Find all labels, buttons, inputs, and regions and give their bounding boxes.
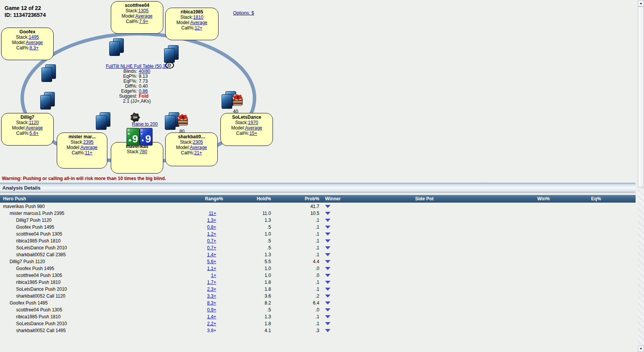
winner-expand-icon[interactable]	[325, 239, 330, 242]
call-range-link[interactable]: 12+	[195, 25, 202, 31]
stack-value-link[interactable]: 780	[140, 149, 147, 154]
scroll-up-button[interactable]: ▲	[638, 0, 644, 7]
stack-value-link[interactable]: 1120	[29, 120, 39, 125]
hero-push-cell: ribica1985 Push 1810	[0, 280, 169, 285]
range-value-link[interactable]: 1.4+	[207, 314, 216, 319]
range-value-link[interactable]: 2.2+	[207, 321, 216, 326]
winner-expand-icon[interactable]	[325, 219, 330, 222]
model-value-link[interactable]: Average	[190, 145, 207, 150]
winner-expand-icon[interactable]	[325, 322, 330, 325]
range-value-link[interactable]: 11+	[209, 211, 216, 216]
player-name: Goofex	[2, 29, 53, 34]
stack-value-link[interactable]: 2305	[193, 139, 203, 145]
analysis-title: Analysis Details	[0, 185, 41, 191]
prob-cell: .0	[271, 307, 319, 313]
hero-push-cell: Dillig7 Push 1120	[0, 218, 169, 223]
range-value-link[interactable]: 0.9+	[207, 307, 216, 313]
range-value-link[interactable]: 1.7+	[207, 280, 216, 285]
winner-expand-icon[interactable]	[325, 315, 330, 318]
range-value-link[interactable]: 0.7+	[207, 245, 216, 250]
stack-value-link[interactable]: 1305	[138, 8, 149, 13]
winner-expand-icon[interactable]	[325, 329, 330, 332]
chip-denomination: 5	[178, 114, 188, 120]
bet-amount-sharkbait-bet: 80	[179, 129, 184, 134]
call-range-link[interactable]: 11+	[85, 150, 92, 156]
range-value-link[interactable]: 3.3+	[207, 293, 216, 299]
range-value-link[interactable]: 1.2+	[207, 231, 216, 237]
winner-expand-icon[interactable]	[325, 288, 330, 291]
winner-expand-icon[interactable]	[325, 205, 330, 208]
card-back-goofex	[41, 67, 52, 82]
range-value-link[interactable]: 1+	[211, 273, 216, 278]
call-range-link[interactable]: 21+	[194, 150, 202, 156]
prob-cell: .0	[271, 266, 319, 271]
hold-cell: 1.3	[223, 314, 271, 319]
vertical-scrollbar[interactable]: ▲ ▼	[638, 0, 644, 352]
range-value-link[interactable]: 5.6+	[207, 259, 216, 264]
hold-cell: 1.8	[223, 280, 271, 285]
prob-cell: .1	[271, 287, 319, 292]
winner-expand-icon[interactable]	[325, 281, 330, 284]
range-value-link[interactable]: 1.3+	[207, 218, 216, 223]
tournament-structure-link[interactable]: FullTilt NLHE Full Table (50,30	[106, 64, 168, 69]
model-value-link[interactable]: Average	[190, 20, 207, 25]
range-value-link[interactable]: 8.3+	[207, 300, 216, 306]
range-value-link[interactable]: 3.8+	[207, 328, 216, 332]
analysis-section-header: Analysis Details	[0, 183, 636, 193]
edge-value-link[interactable]: 0.86	[139, 88, 148, 94]
call-range-link[interactable]: 15+	[250, 131, 257, 136]
call-range-link[interactable]: 7.9+	[139, 19, 148, 24]
prob-cell: .1	[271, 231, 319, 237]
prob-cell: .1	[271, 314, 319, 319]
model-value-link[interactable]: Average	[135, 13, 152, 19]
stack-value-link[interactable]: 1495	[29, 34, 39, 40]
hold-cell: 1.3	[223, 218, 271, 223]
hero-push-cell: ribica1985 Push 1810	[0, 314, 169, 319]
raise-action-link[interactable]: Raise to 200	[132, 121, 158, 127]
winner-expand-icon[interactable]	[325, 267, 330, 270]
winner-expand-icon[interactable]	[325, 226, 330, 229]
winner-expand-icon[interactable]	[325, 308, 330, 311]
stack-value-link[interactable]: 1810	[193, 15, 204, 20]
call-range-link[interactable]: 5.6+	[30, 131, 39, 136]
call-range-link[interactable]: 8.3+	[30, 45, 39, 51]
player-name: ribica1985	[166, 9, 218, 15]
model-value-link[interactable]: Average	[245, 125, 262, 131]
winner-expand-icon[interactable]	[325, 260, 330, 263]
stack-value-link[interactable]: 1970	[248, 120, 258, 125]
blinds-value-link[interactable]: 40/80	[139, 69, 150, 74]
prob-cell: .1	[271, 280, 319, 285]
model-value-link[interactable]: Average	[26, 40, 43, 45]
prob-cell: .0	[271, 273, 319, 278]
range-value-link[interactable]: 0.8+	[207, 224, 216, 230]
model-value-link[interactable]: Average	[26, 125, 43, 131]
table-row: scottfree04 Push 13051+1.0.0	[0, 272, 636, 279]
winner-expand-icon[interactable]	[325, 274, 330, 277]
hero-push-cell: sharkbait0052 Call 1495	[0, 328, 169, 332]
winner-expand-icon[interactable]	[325, 246, 330, 249]
table-row: maverikas Push 98041.7	[0, 203, 636, 210]
winner-expand-icon[interactable]	[325, 232, 330, 236]
range-value-link[interactable]: 1.4+	[207, 252, 216, 257]
suggest-range-line: 2.1 (JJ+,AKs)	[70, 99, 204, 104]
hero-push-cell: maverikas Push 980	[0, 204, 169, 209]
winner-expand-icon[interactable]	[325, 212, 330, 215]
range-value-link[interactable]: 2.3+	[207, 287, 216, 292]
scroll-thumb[interactable]	[638, 7, 644, 187]
scroll-down-button[interactable]: ▼	[638, 345, 644, 352]
hero-push-cell: scottfree04 Push 1305	[0, 307, 169, 313]
player-box-ribica1985: ribica1985 Stack:1810Model:AverageCall%:…	[165, 8, 219, 40]
model-value-link[interactable]: Average	[80, 145, 97, 150]
winner-expand-icon[interactable]	[325, 253, 330, 256]
range-value-link[interactable]: 0.7+	[207, 238, 216, 244]
hero-push-cell: sharkbait0052 Call 1120	[0, 293, 169, 299]
winner-expand-icon[interactable]	[325, 295, 330, 298]
prob-cell: .3	[271, 328, 319, 332]
col-header-winner: Winner	[319, 196, 373, 201]
winner-expand-icon[interactable]	[325, 301, 330, 305]
hero-push-cell: SoLetsDance Push 2010	[0, 287, 169, 292]
prob-cell: .1	[271, 238, 319, 244]
prob-cell: 10.5	[271, 211, 319, 216]
range-value-link[interactable]: 1.1+	[207, 266, 216, 271]
stack-value-link[interactable]: 2395	[83, 139, 94, 145]
